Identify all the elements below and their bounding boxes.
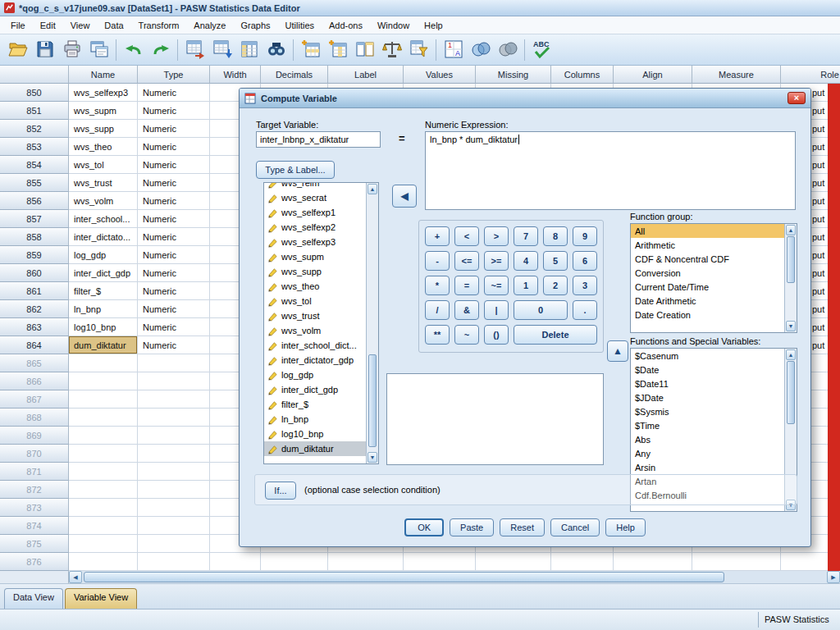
function-item[interactable]: $JDate (631, 390, 784, 404)
column-header-align[interactable]: Align (614, 66, 692, 84)
cell-blank[interactable] (138, 463, 210, 481)
cell-type[interactable]: Numeric (138, 174, 210, 192)
row-header[interactable]: 870 (0, 445, 69, 463)
cell-name[interactable]: wvs_theo (69, 138, 138, 156)
cell-type[interactable]: Numeric (138, 300, 210, 318)
cell-type[interactable]: Numeric (138, 192, 210, 210)
row-header[interactable]: 857 (0, 210, 69, 228)
cell-name[interactable]: wvs_volm (69, 192, 138, 210)
cell-blank[interactable] (69, 553, 138, 571)
menu-add-ons[interactable]: Add-ons (322, 18, 370, 33)
keypad-greater-equal[interactable]: >= (484, 251, 509, 271)
if-button[interactable]: If... (265, 482, 296, 500)
cell-name[interactable]: wvs_selfexp3 (69, 84, 138, 102)
cell-blank[interactable] (69, 499, 138, 517)
tab-data-view[interactable]: Data View (4, 588, 63, 609)
toolbar-button-recall-dialogs[interactable] (85, 38, 112, 62)
keypad-not-equal[interactable]: ~= (484, 276, 509, 295)
column-header-columns[interactable]: Columns (551, 66, 614, 84)
keypad-4[interactable]: 4 (514, 251, 538, 271)
keypad-greater-than[interactable]: > (484, 226, 509, 246)
row-header[interactable]: 865 (0, 354, 69, 372)
row-header[interactable]: 868 (0, 409, 69, 427)
row-header[interactable]: 874 (0, 517, 69, 535)
toolbar-button-open-data[interactable] (4, 38, 31, 62)
cell-blank[interactable] (69, 390, 138, 409)
toolbar-button-spell-check[interactable]: ABC (528, 38, 555, 62)
cell-blank[interactable] (69, 427, 138, 445)
toolbar-button-goto-case[interactable] (181, 38, 208, 62)
transfer-variable-button[interactable]: ◀ (392, 185, 417, 208)
cell-blank[interactable] (328, 553, 404, 571)
variable-item[interactable]: wvs_selfexp3 (264, 235, 366, 249)
variable-item[interactable]: wvs_theo (264, 279, 366, 294)
menu-help[interactable]: Help (417, 18, 450, 33)
toolbar-button-save[interactable] (31, 38, 58, 62)
toolbar-button-show-all-variables[interactable] (494, 38, 521, 62)
variable-item[interactable]: log10_bnp (264, 427, 366, 441)
column-header-role[interactable]: Role (781, 66, 840, 84)
dialog-titlebar[interactable]: Compute Variable × (240, 89, 810, 108)
cell-blank[interactable] (138, 372, 210, 390)
cell-blank[interactable] (404, 553, 476, 571)
row-header[interactable]: 871 (0, 463, 69, 481)
function-item[interactable]: $Date (631, 363, 784, 377)
function-group-item[interactable]: Date Creation (631, 308, 784, 322)
toolbar-button-select-cases[interactable] (405, 38, 432, 62)
row-header[interactable]: 863 (0, 318, 69, 336)
row-header[interactable]: 850 (0, 84, 69, 102)
column-header-measure[interactable]: Measure (692, 66, 781, 84)
cell-blank[interactable] (138, 445, 210, 463)
function-group-item[interactable]: Current Date/Time (631, 280, 784, 294)
cell-blank[interactable] (138, 481, 210, 499)
function-group-item[interactable]: Arithmetic (631, 238, 784, 252)
cell-blank[interactable] (692, 553, 781, 571)
scrollbar-track[interactable] (82, 571, 827, 583)
toolbar-button-find[interactable] (262, 38, 290, 62)
function-item[interactable]: Abs (631, 432, 784, 446)
function-group-item[interactable]: Date Arithmetic (631, 294, 784, 308)
cell-blank[interactable] (138, 517, 210, 535)
scrollbar-thumb[interactable] (787, 236, 795, 283)
cell-blank[interactable] (210, 553, 261, 571)
keypad-0[interactable]: 0 (514, 300, 568, 320)
cell-name[interactable]: wvs_supm (69, 102, 138, 120)
scrollbar-thumb[interactable] (368, 354, 377, 447)
cell-type[interactable]: Numeric (138, 102, 210, 120)
column-header-width[interactable]: Width (210, 66, 261, 84)
row-header[interactable]: 862 (0, 300, 69, 318)
keypad-equal[interactable]: = (454, 276, 479, 295)
toolbar-button-insert-variable[interactable] (324, 38, 351, 62)
cell-name[interactable]: log_gdp (69, 246, 138, 264)
cell-blank[interactable] (551, 553, 614, 571)
cell-type[interactable]: Numeric (138, 156, 210, 174)
keypad-plus[interactable]: + (425, 226, 450, 246)
column-header-values[interactable]: Values (404, 66, 476, 84)
target-variable-input[interactable]: inter_lnbnp_x_diktatur (256, 131, 381, 148)
row-header[interactable]: 876 (0, 553, 69, 571)
type-label-button[interactable]: Type & Label... (256, 161, 335, 179)
function-item[interactable]: Any (631, 446, 784, 460)
variable-item[interactable]: wvs_tol (264, 294, 366, 308)
help-button[interactable]: Help (605, 518, 646, 536)
cell-blank[interactable] (138, 535, 210, 553)
cell-type[interactable]: Numeric (138, 138, 210, 156)
cell-blank[interactable] (69, 463, 138, 481)
keypad-less-than[interactable]: < (454, 226, 479, 246)
row-header[interactable]: 866 (0, 372, 69, 390)
variable-item[interactable]: wvs_secrat (264, 190, 366, 205)
function-item[interactable]: Arsin (631, 460, 784, 474)
keypad-8[interactable]: 8 (543, 226, 568, 246)
grid-corner[interactable] (0, 66, 69, 84)
row-header[interactable]: 854 (0, 156, 69, 174)
function-item[interactable]: $Sysmis (631, 404, 784, 418)
cell-blank[interactable] (69, 372, 138, 390)
toolbar-button-redo[interactable] (147, 38, 174, 62)
menu-data[interactable]: Data (97, 18, 130, 33)
cell-type[interactable]: Numeric (138, 84, 210, 102)
scrollbar-track[interactable] (368, 194, 377, 452)
cell-blank[interactable] (69, 445, 138, 463)
variable-item[interactable]: wvs_supm (264, 249, 366, 264)
close-icon[interactable]: × (788, 92, 806, 104)
cell-blank[interactable] (261, 553, 328, 571)
